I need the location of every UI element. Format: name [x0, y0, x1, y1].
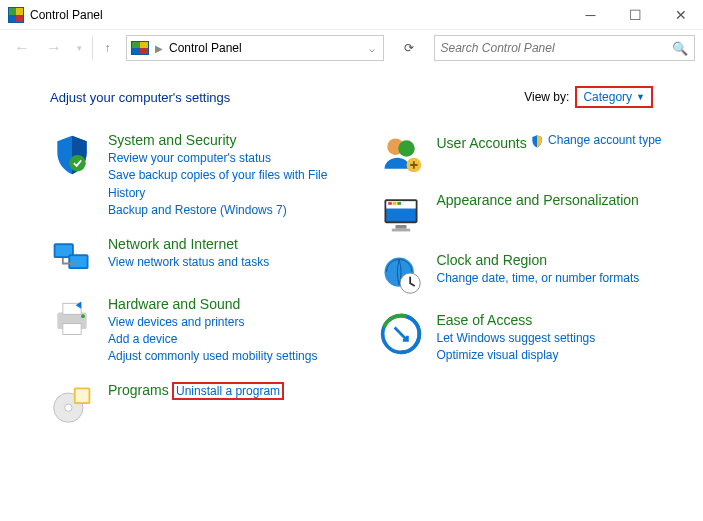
category-col-left: System and Security Review your computer…	[50, 132, 355, 442]
category-link[interactable]: Change date, time, or number formats	[437, 270, 684, 287]
category-link[interactable]: Optimize visual display	[437, 347, 684, 364]
title-bar-left: Control Panel	[8, 7, 103, 23]
uninstall-highlight: Uninstall a program	[172, 382, 284, 400]
category-title[interactable]: System and Security	[108, 132, 236, 148]
close-button[interactable]: ✕	[658, 0, 703, 30]
view-by-value: Category	[583, 90, 632, 104]
svg-rect-19	[388, 202, 392, 205]
control-panel-icon	[8, 7, 24, 23]
category-link[interactable]: Let Windows suggest settings	[437, 330, 684, 347]
svg-point-0	[69, 155, 86, 172]
category-col-right: User Accounts Change account type Appear…	[379, 132, 684, 442]
svg-rect-4	[70, 256, 87, 267]
network-icon	[50, 236, 94, 280]
ease-access-icon	[379, 312, 423, 356]
category-programs: Programs Uninstall a program	[50, 382, 355, 426]
content-area: Adjust your computer's settings View by:…	[0, 66, 703, 452]
forward-button[interactable]: →	[40, 34, 68, 62]
content-header: Adjust your computer's settings View by:…	[50, 86, 683, 108]
page-heading: Adjust your computer's settings	[50, 90, 230, 105]
search-icon[interactable]: 🔍	[672, 41, 688, 56]
address-cp-icon	[131, 41, 149, 55]
view-by-label: View by:	[524, 90, 569, 104]
clock-globe-icon	[379, 252, 423, 296]
category-link[interactable]: View devices and printers	[108, 314, 355, 331]
uac-shield-icon	[530, 134, 544, 148]
recent-dropdown[interactable]: ▾	[72, 34, 86, 62]
printer-icon	[50, 296, 94, 340]
category-clock-region: Clock and Region Change date, time, or n…	[379, 252, 684, 296]
window-controls: ─ ☐ ✕	[568, 0, 703, 30]
chevron-right-icon: ▶	[155, 43, 163, 54]
category-title[interactable]: Appearance and Personalization	[437, 192, 639, 208]
maximize-button[interactable]: ☐	[613, 0, 658, 30]
category-columns: System and Security Review your computer…	[50, 132, 683, 442]
monitor-icon	[379, 192, 423, 236]
title-bar: Control Panel ─ ☐ ✕	[0, 0, 703, 30]
category-link[interactable]: Add a device	[108, 331, 355, 348]
address-dropdown[interactable]: ⌵	[365, 43, 379, 54]
category-title[interactable]: Programs	[108, 382, 169, 398]
shield-icon	[50, 132, 94, 176]
category-link[interactable]: Save backup copies of your files with Fi…	[108, 167, 355, 202]
category-title[interactable]: Hardware and Sound	[108, 296, 240, 312]
address-bar[interactable]: ▶ Control Panel ⌵	[126, 35, 384, 61]
svg-rect-20	[392, 202, 396, 205]
chevron-down-icon: ▼	[636, 92, 645, 102]
svg-point-8	[81, 314, 85, 318]
view-by-highlight: Category ▼	[575, 86, 653, 108]
svg-point-14	[398, 140, 415, 157]
view-by: View by: Category ▼	[524, 86, 653, 108]
category-link[interactable]: View network status and tasks	[108, 254, 355, 271]
back-button[interactable]: ←	[8, 34, 36, 62]
category-network: Network and Internet View network status…	[50, 236, 355, 280]
svg-rect-23	[391, 229, 409, 232]
category-title[interactable]: Clock and Region	[437, 252, 548, 268]
view-by-dropdown[interactable]: Category ▼	[579, 88, 649, 106]
refresh-button[interactable]: ⟳	[394, 35, 424, 61]
svg-rect-22	[395, 225, 406, 229]
svg-rect-12	[76, 389, 89, 402]
category-appearance: Appearance and Personalization	[379, 192, 684, 236]
search-input[interactable]	[441, 41, 673, 55]
category-user-accounts: User Accounts Change account type	[379, 132, 684, 176]
window-title: Control Panel	[30, 8, 103, 22]
category-link[interactable]: Change account type	[548, 132, 661, 149]
category-title[interactable]: Network and Internet	[108, 236, 238, 252]
svg-rect-21	[397, 202, 401, 205]
search-box[interactable]: 🔍	[434, 35, 696, 61]
category-title[interactable]: User Accounts	[437, 135, 527, 151]
svg-rect-7	[63, 323, 81, 334]
link-uninstall-program[interactable]: Uninstall a program	[176, 383, 280, 400]
category-system-security: System and Security Review your computer…	[50, 132, 355, 220]
category-link[interactable]: Adjust commonly used mobility settings	[108, 348, 355, 365]
users-icon	[379, 132, 423, 176]
category-ease-of-access: Ease of Access Let Windows suggest setti…	[379, 312, 684, 365]
programs-icon	[50, 382, 94, 426]
minimize-button[interactable]: ─	[568, 0, 613, 30]
address-location: Control Panel	[169, 41, 242, 55]
category-hardware: Hardware and Sound View devices and prin…	[50, 296, 355, 366]
nav-bar: ← → ▾ ↑ ▶ Control Panel ⌵ ⟳ 🔍	[0, 30, 703, 66]
category-title[interactable]: Ease of Access	[437, 312, 533, 328]
category-link[interactable]: Backup and Restore (Windows 7)	[108, 202, 355, 219]
category-link[interactable]: Review your computer's status	[108, 150, 355, 167]
svg-point-10	[65, 404, 72, 411]
up-button[interactable]: ↑	[92, 36, 116, 60]
